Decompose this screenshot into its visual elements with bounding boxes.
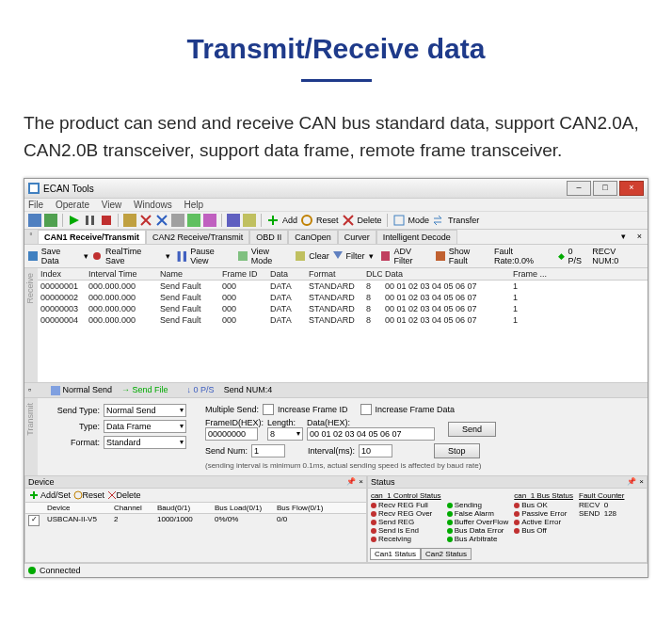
col-frame[interactable]: Frame ... — [510, 268, 558, 280]
tab-intelligent[interactable]: Intelligent Decode — [376, 230, 457, 244]
col-data2[interactable]: Data — [382, 268, 510, 280]
menu-view[interactable]: View — [102, 200, 122, 210]
col-frameid[interactable]: Frame ID — [219, 268, 267, 280]
inc-frameid-checkbox[interactable] — [263, 404, 274, 415]
device-add-button[interactable]: Add/Set — [40, 490, 71, 500]
col-data1[interactable]: Data — [267, 268, 306, 280]
status-close-icon[interactable]: × — [639, 477, 644, 487]
close-button[interactable]: × — [619, 181, 644, 196]
sendtype-label: Send Type: — [43, 406, 100, 415]
fault-header: Fault Counter — [579, 491, 624, 500]
col-format[interactable]: Format — [306, 268, 363, 280]
table-row[interactable]: 00000003000.000.000Send Fault000DATASTAN… — [38, 303, 648, 314]
devcol-device[interactable]: Device — [44, 503, 111, 513]
add-button[interactable]: Add — [282, 216, 297, 225]
devcol-baud[interactable]: Baud(0/1) — [154, 503, 212, 513]
delete-button[interactable]: Delete — [358, 216, 382, 225]
stop-icon[interactable] — [100, 214, 113, 227]
icon-1[interactable] — [28, 214, 41, 227]
devcol-flow[interactable]: Bus Flow(0/1) — [274, 503, 336, 513]
status-pin-icon[interactable]: 📌 — [627, 477, 636, 487]
device-close-icon[interactable]: × — [359, 477, 363, 487]
adv-filter-button[interactable]: ADV Filter — [393, 247, 431, 265]
transfer-button[interactable]: Transfer — [448, 216, 479, 225]
x2-icon[interactable] — [155, 214, 168, 227]
icon-f[interactable] — [243, 214, 256, 227]
data-input[interactable]: 00 01 02 03 04 05 06 07 — [307, 427, 435, 441]
stop-button[interactable]: Stop — [434, 443, 480, 458]
col-dlc[interactable]: DLC — [363, 268, 382, 280]
svg-marker-4 — [70, 216, 79, 225]
devcol-load[interactable]: Bus Load(0/1) — [212, 503, 274, 513]
inc-frameid-label: Increase Frame ID — [278, 405, 348, 414]
send-file-button[interactable]: Send File — [133, 385, 168, 394]
mode-button[interactable]: Mode — [408, 216, 430, 225]
svg-point-24 — [74, 491, 82, 499]
reset-button[interactable]: Reset — [316, 216, 339, 225]
device-delete-button[interactable]: Delete — [117, 490, 141, 500]
tab-canopen[interactable]: CanOpen — [288, 230, 338, 244]
send-button[interactable]: Send — [448, 422, 496, 437]
tab-curver[interactable]: Curver — [338, 230, 376, 244]
status-tab-can2[interactable]: Can2 Status — [421, 548, 472, 560]
svg-rect-9 — [171, 214, 184, 227]
status-tab-can1[interactable]: Can1 Status — [370, 548, 421, 560]
icon-b[interactable] — [171, 214, 184, 227]
minimize-button[interactable]: – — [567, 181, 591, 196]
col-name[interactable]: Name — [157, 268, 219, 280]
show-fault-button[interactable]: Show Fault — [449, 247, 490, 265]
sendnum-input[interactable]: 1 — [251, 444, 285, 457]
maximize-button[interactable]: □ — [593, 181, 617, 196]
icon-a[interactable] — [123, 214, 136, 227]
menu-operate[interactable]: Operate — [56, 200, 89, 210]
inc-framedata-label: Increase Frame Data — [376, 405, 456, 414]
del-icon — [107, 490, 117, 500]
col-index[interactable]: Index — [38, 268, 86, 280]
pause-icon[interactable] — [84, 214, 97, 227]
device-pin-icon[interactable]: 📌 — [346, 477, 356, 487]
menu-file[interactable]: File — [28, 200, 43, 210]
length-select[interactable]: 8 — [267, 427, 303, 441]
table-row[interactable]: 00000002000.000.000Send Fault000DATASTAN… — [38, 292, 648, 303]
menu-windows[interactable]: Windows — [134, 200, 172, 210]
device-checkbox[interactable]: ✓ — [28, 515, 40, 526]
device-row[interactable]: ✓ USBCAN-II-V5 2 1000/1000 0%/0% 0/0 — [25, 514, 366, 527]
tab-dropdown-icon[interactable]: ▾ — [616, 230, 632, 244]
realtime-save-button[interactable]: RealTime Save — [105, 247, 162, 265]
icon-e[interactable] — [227, 214, 240, 227]
icon-d[interactable] — [203, 214, 216, 227]
icon-2[interactable] — [44, 214, 57, 227]
clear-button[interactable]: Clear — [309, 251, 329, 261]
tab-close-icon[interactable]: × — [632, 230, 648, 244]
svg-marker-20 — [333, 251, 343, 259]
sendtype-select[interactable]: Normal Send — [104, 404, 186, 417]
transmit-panel: Send Type:Normal Send Type:Data Frame Fo… — [38, 398, 648, 475]
view-mode-button[interactable]: View Mode — [251, 247, 293, 265]
save-icon — [28, 251, 38, 261]
device-panel: Device📌× Add/Set Reset Delete Device Cha… — [24, 475, 367, 563]
play-icon[interactable] — [68, 214, 81, 227]
type-select[interactable]: Data Frame — [104, 420, 186, 433]
interval-input[interactable]: 10 — [359, 444, 392, 457]
x-icon[interactable] — [139, 214, 152, 227]
save-data-button[interactable]: Save Data — [41, 247, 80, 265]
filter-button[interactable]: Filter — [346, 251, 365, 261]
tab-obd2[interactable]: OBD II — [249, 230, 288, 244]
pause-view-button[interactable]: Pause View — [190, 247, 234, 265]
frameid-input[interactable]: 00000000 — [205, 427, 258, 441]
devcol-channel[interactable]: Channel — [111, 503, 154, 513]
tab-can1[interactable]: CAN1 Receive/Transmit — [38, 230, 146, 244]
tab-collapse-icon[interactable]: ▫ — [24, 230, 38, 244]
table-row[interactable]: 00000004000.000.000Send Fault000DATASTAN… — [38, 314, 648, 326]
col-interval[interactable]: Interval Time — [86, 268, 157, 280]
format-select[interactable]: Standard — [104, 436, 186, 449]
tab-can2[interactable]: CAN2 Receive/Transmit — [146, 230, 249, 244]
svg-rect-15 — [394, 216, 404, 225]
split-bar: ▫ Normal Send → Send File ↓ 0 P/S Send N… — [24, 382, 648, 398]
table-row[interactable]: 00000001000.000.000Send Fault000DATASTAN… — [38, 281, 648, 292]
device-reset-button[interactable]: Reset — [83, 490, 105, 500]
inc-framedata-checkbox[interactable] — [360, 404, 372, 415]
menu-help[interactable]: Help — [184, 200, 203, 210]
normal-send-button[interactable]: Normal Send — [63, 385, 113, 394]
icon-c[interactable] — [187, 214, 200, 227]
